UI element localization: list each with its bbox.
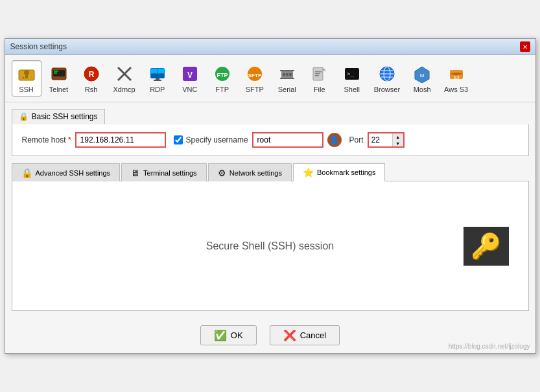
svg-point-25 (283, 73, 285, 76)
key-icon-box: 🔑 (464, 227, 509, 266)
ok-button[interactable]: ✅ OK (200, 325, 257, 345)
protocol-label-ftp: FTP (215, 86, 229, 93)
protocol-btn-shell[interactable]: >_ Shell (337, 60, 367, 97)
protocol-btn-ssh[interactable]: SSH (12, 60, 41, 97)
protocol-btn-file[interactable]: File (305, 60, 335, 97)
svg-text:S3: S3 (453, 75, 459, 80)
cancel-icon: ❌ (283, 329, 296, 341)
advanced-ssh-tab-icon: 🔒 (21, 168, 32, 178)
terminal-tab-icon: 🖥 (131, 168, 140, 178)
protocol-btn-telnet[interactable]: Telnet (44, 60, 74, 97)
watermark: https://blog.csdn.net/ljzology (449, 343, 530, 350)
protocol-btn-xdmcp[interactable]: Xdmcp (109, 60, 140, 97)
footer: ✅ OK ❌ Cancel https://blog.csdn.net/ljzo… (5, 317, 535, 353)
protocol-label-xdmcp: Xdmcp (113, 86, 135, 93)
basic-settings-header: 🔒 Basic SSH settings (12, 109, 529, 124)
shell-icon: >_ (342, 63, 362, 84)
protocol-btn-rdp[interactable]: RDP (143, 60, 172, 97)
protocol-label-rsh: Rsh (85, 86, 98, 93)
tab-bookmark[interactable]: ⭐ Bookmark settings (293, 163, 385, 181)
svg-rect-2 (25, 74, 28, 78)
protocol-label-mosh: Mosh (414, 86, 431, 93)
svg-rect-28 (280, 70, 294, 71)
protocol-label-telnet: Telnet (49, 86, 68, 93)
protocol-bar: SSH Telnet R Rsh (5, 55, 535, 102)
svg-text:SFTP: SFTP (248, 73, 262, 78)
content-area: 🔒 Basic SSH settings Remote host * (5, 102, 535, 317)
xdmcp-icon (114, 63, 135, 84)
aws-s3-icon: S3 (446, 63, 467, 84)
tab-content-area: Secure Shell (SSH) session 🔑 (12, 181, 529, 311)
svg-point-3 (22, 77, 24, 79)
protocol-btn-rsh[interactable]: R Rsh (76, 60, 106, 97)
basic-settings-tab-label: Basic SSH settings (32, 112, 98, 121)
key-icon: 🔑 (471, 232, 501, 260)
port-decrement-button[interactable]: ▼ (393, 140, 403, 146)
svg-rect-7 (54, 73, 57, 74)
mosh-icon: M (412, 63, 432, 84)
protocol-label-serial: Serial (278, 86, 296, 93)
svg-text:FTP: FTP (217, 72, 228, 78)
svg-marker-31 (323, 67, 326, 71)
tab-terminal[interactable]: 🖥 Terminal settings (121, 163, 207, 181)
port-input[interactable] (369, 133, 392, 146)
sftp-icon: SFTP (244, 63, 265, 84)
lock-icon: 🔒 (19, 112, 29, 121)
protocol-btn-vnc[interactable]: V VNC (175, 60, 205, 97)
protocol-btn-sftp[interactable]: SFTP SFTP (240, 60, 270, 97)
svg-rect-29 (280, 78, 294, 79)
cancel-label: Cancel (300, 330, 326, 340)
serial-icon (277, 63, 298, 84)
svg-point-27 (289, 73, 292, 76)
tab-network[interactable]: ⚙ Network settings (208, 163, 292, 181)
close-button[interactable]: ✕ (520, 41, 530, 52)
protocol-label-aws-s3: Aws S3 (444, 86, 468, 93)
port-increment-button[interactable]: ▲ (393, 133, 403, 140)
remote-host-group: Remote host * (22, 132, 166, 148)
port-box: ▲ ▼ (368, 132, 405, 148)
rsh-icon: R (81, 63, 102, 84)
protocol-label-vnc: VNC (182, 86, 197, 93)
basic-settings-section: 🔒 Basic SSH settings Remote host * (12, 109, 529, 156)
network-tab-label: Network settings (229, 169, 282, 177)
protocol-label-ssh: SSH (19, 86, 34, 93)
user-avatar-icon: 👤 (327, 133, 342, 147)
rdp-icon (147, 63, 168, 84)
window-title: Session settings (10, 42, 67, 51)
svg-text:V: V (187, 71, 193, 80)
terminal-tab-label: Terminal settings (143, 169, 197, 177)
svg-point-26 (286, 73, 288, 76)
ok-icon: ✅ (214, 329, 227, 341)
network-tab-icon: ⚙ (218, 168, 226, 178)
username-input[interactable] (252, 132, 323, 148)
specify-username-checkbox[interactable] (174, 135, 183, 144)
cancel-button[interactable]: ❌ Cancel (270, 325, 340, 345)
protocol-btn-aws-s3[interactable]: S3 Aws S3 (440, 60, 473, 97)
basic-settings-content: Remote host * Specify username 👤 (12, 124, 529, 156)
file-icon (309, 63, 330, 84)
tabs-bar: 🔒 Advanced SSH settings 🖥 Terminal setti… (12, 163, 529, 181)
basic-settings-tab: 🔒 Basic SSH settings (12, 109, 105, 124)
svg-text:>_: >_ (347, 71, 354, 77)
svg-rect-6 (54, 71, 58, 72)
protocol-btn-serial[interactable]: Serial (272, 60, 302, 97)
bookmark-tab-label: Bookmark settings (317, 168, 375, 176)
svg-rect-34 (315, 75, 319, 76)
protocol-label-file: File (314, 86, 325, 93)
ssh-session-info: Secure Shell (SSH) session (206, 240, 334, 252)
tab-advanced-ssh[interactable]: 🔒 Advanced SSH settings (12, 163, 121, 181)
svg-text:M: M (420, 73, 425, 78)
protocol-label-rdp: RDP (150, 86, 165, 93)
protocol-btn-browser[interactable]: Browser (370, 60, 405, 97)
protocol-btn-mosh[interactable]: M Mosh (407, 60, 437, 97)
protocol-label-shell: Shell (344, 86, 360, 93)
remote-host-label: Remote host * (22, 135, 71, 144)
session-label: Secure Shell (SSH) session (206, 240, 334, 252)
session-settings-window: Session settings ✕ SSH (5, 38, 536, 354)
ssh-icon (16, 63, 37, 84)
port-label: Port (349, 135, 364, 144)
remote-host-input[interactable] (75, 132, 166, 148)
protocol-btn-ftp[interactable]: FTP FTP (207, 60, 237, 97)
vnc-icon: V (180, 63, 200, 84)
svg-rect-17 (154, 80, 161, 81)
